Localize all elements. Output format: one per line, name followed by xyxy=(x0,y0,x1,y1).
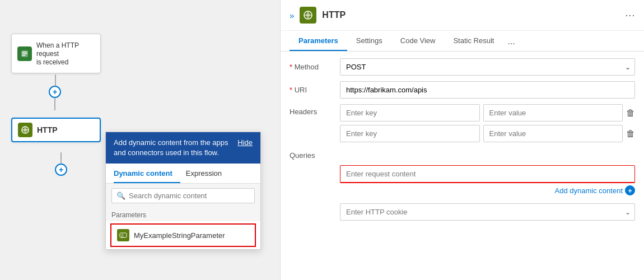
queries-row: Queries xyxy=(290,151,635,160)
panel-tabs: Parameters Settings Code View Static Res… xyxy=(281,31,644,52)
expand-icon[interactable]: » xyxy=(290,11,294,20)
add-dynamic-link[interactable]: Add dynamic content xyxy=(555,186,623,195)
content-input-area: Add dynamic content + xyxy=(340,165,635,200)
header-row-2: 🗑 xyxy=(340,125,635,142)
connector-1 xyxy=(55,74,56,86)
uri-input-wrapper xyxy=(340,81,635,99)
header-val-1[interactable] xyxy=(483,104,623,122)
tab-code-view[interactable]: Code View xyxy=(391,31,445,51)
cookie-input[interactable] xyxy=(340,203,635,221)
uri-required: * xyxy=(290,86,292,94)
dynamic-item-label: MyExampleStringParameter xyxy=(134,231,225,240)
add-step-button-1[interactable]: + xyxy=(49,86,61,110)
parameter-icon: {} xyxy=(117,229,129,241)
add-dynamic-btn[interactable]: + xyxy=(625,185,635,195)
tab-dynamic-content[interactable]: Dynamic content xyxy=(114,164,180,183)
tab-more[interactable]: ... xyxy=(503,31,519,51)
panel-header: » HTTP ⋯ xyxy=(281,0,644,31)
uri-input[interactable] xyxy=(340,81,635,99)
header-key-2[interactable] xyxy=(340,125,480,142)
header-row-1: 🗑 xyxy=(340,104,635,122)
trigger-label: When a HTTP request is received xyxy=(36,41,79,66)
delete-header-2-icon[interactable]: 🗑 xyxy=(626,129,635,139)
header-val-2[interactable] xyxy=(483,125,623,142)
dynamic-content-popup: Add dynamic content from the apps and co… xyxy=(105,132,261,250)
plus-icon-1[interactable]: + xyxy=(49,86,61,98)
trigger-icon xyxy=(17,46,32,61)
search-area: 🔍 xyxy=(106,184,260,208)
method-required: * xyxy=(290,63,292,71)
method-label: * Method xyxy=(290,63,334,71)
headers-inputs: 🗑 🗑 xyxy=(340,104,635,146)
uri-label: * URI xyxy=(290,86,334,94)
trigger-node[interactable]: When a HTTP request is received xyxy=(11,34,101,73)
connector-3: + xyxy=(55,152,67,176)
workflow-canvas: When a HTTP request is received + HTTP +… xyxy=(0,0,280,280)
http-node[interactable]: HTTP xyxy=(11,118,101,142)
headers-label: Headers xyxy=(290,104,334,116)
panel-title: HTTP xyxy=(322,10,619,20)
cookie-input-wrapper: ⌄ xyxy=(340,203,635,221)
cookie-row: ⌄ xyxy=(290,203,635,221)
search-box: 🔍 xyxy=(111,188,255,203)
svg-text:{}: {} xyxy=(121,234,124,238)
popup-header: Add dynamic content from the apps and co… xyxy=(106,132,260,164)
hide-button[interactable]: Hide xyxy=(237,138,253,148)
http-icon xyxy=(18,123,32,137)
search-icon: 🔍 xyxy=(116,192,125,200)
right-panel: » HTTP ⋯ Parameters Settings Code View S… xyxy=(280,0,644,280)
tab-settings[interactable]: Settings xyxy=(347,31,391,51)
panel-body: * Method POST GET PUT DELETE PATCH ⌄ * U… xyxy=(281,52,644,280)
content-row: Add dynamic content + xyxy=(290,165,635,200)
queries-label: Queries xyxy=(290,151,334,160)
panel-node-icon xyxy=(300,7,316,24)
panel-more-icon[interactable]: ⋯ xyxy=(625,9,635,21)
section-label: Parameters xyxy=(106,208,260,221)
add-dynamic-row: Add dynamic content + xyxy=(340,185,635,195)
header-key-1[interactable] xyxy=(340,104,480,122)
search-input[interactable] xyxy=(129,192,250,200)
dynamic-tabs: Dynamic content Expression xyxy=(106,164,260,184)
tab-static-result[interactable]: Static Result xyxy=(444,31,503,51)
delete-header-1-icon[interactable]: 🗑 xyxy=(626,108,635,118)
method-select-wrapper: POST GET PUT DELETE PATCH ⌄ xyxy=(340,58,635,76)
dynamic-item-myexamplestringparameter[interactable]: {} MyExampleStringParameter xyxy=(110,223,256,247)
method-row: * Method POST GET PUT DELETE PATCH ⌄ xyxy=(290,58,635,76)
popup-header-text: Add dynamic content from the apps and co… xyxy=(114,138,232,158)
tab-expression[interactable]: Expression xyxy=(186,164,230,183)
uri-row: * URI xyxy=(290,81,635,99)
headers-row-group: Headers 🗑 🗑 xyxy=(290,104,635,146)
http-node-label: HTTP xyxy=(37,125,58,134)
plus-icon-2[interactable]: + xyxy=(55,164,67,176)
tab-parameters[interactable]: Parameters xyxy=(290,31,347,51)
content-input[interactable] xyxy=(340,165,635,183)
method-select[interactable]: POST GET PUT DELETE PATCH xyxy=(340,58,635,76)
